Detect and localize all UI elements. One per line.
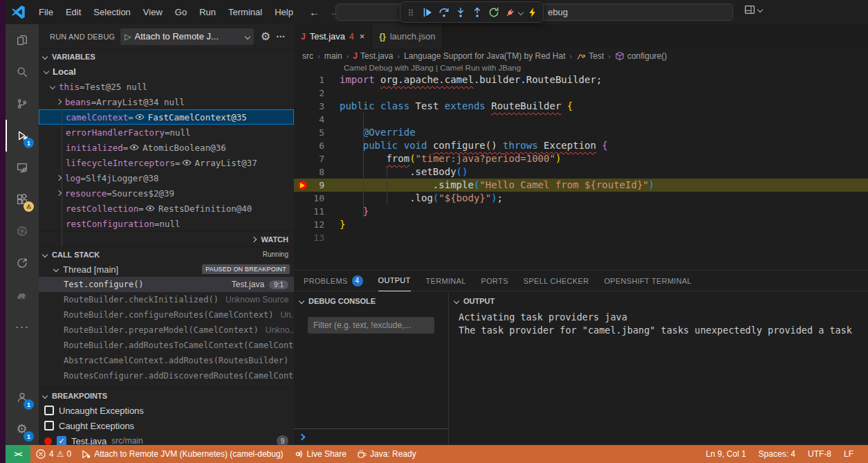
code-line-11[interactable]: 11 } [294, 205, 868, 218]
status-eol[interactable]: LF [839, 445, 858, 463]
live-share-status[interactable]: Live Share [288, 445, 351, 463]
breakpoint-item[interactable]: Caught Exceptions [39, 418, 294, 433]
breakpoints-section-header[interactable]: BREAKPOINTS [39, 388, 294, 403]
menu-selection[interactable]: Selection [87, 7, 136, 17]
breadcrumb-language-support-for-java-tm-by-red-hat[interactable]: Language Support for Java(TM) by Red Hat [404, 51, 565, 61]
breadcrumb-configure-[interactable]: configure() [615, 51, 667, 61]
panel-tab-openshift-terminal[interactable]: OPENSHIFT TERMINAL [604, 271, 692, 291]
step-into-button[interactable] [453, 3, 468, 21]
breadcrumb-test-java[interactable]: JTest.java [353, 51, 393, 61]
panel-tab-terminal[interactable]: TERMINAL [426, 271, 466, 291]
variable-restConfiguration[interactable]: restConfiguration = null [39, 216, 294, 231]
codelens-command[interactable]: Camel Run with JBang [440, 64, 521, 72]
stack-frame[interactable]: RouteBuilder.addRoutesToCamelContext(Cam… [39, 338, 294, 353]
disconnect-button[interactable] [503, 3, 518, 21]
status-indentation[interactable]: Spaces: 4 [754, 445, 800, 463]
panel-tab-problems[interactable]: PROBLEMS4 [304, 271, 363, 291]
launch-configuration-picker[interactable]: ▷ Attach to Remote J... [120, 28, 253, 45]
stack-frame[interactable]: Test.configure()Test.java9:1 [39, 277, 294, 292]
panel-tab-output[interactable]: OUTPUT [378, 271, 411, 291]
activity-extensions[interactable]: ⚠ [6, 183, 39, 215]
lazy-eval-eye-icon[interactable] [145, 203, 155, 213]
activity-source-control[interactable] [6, 88, 39, 120]
more-actions-button[interactable]: ⋯ [273, 31, 288, 42]
breakpoint-checkbox[interactable] [44, 406, 54, 415]
panel-tab-spell-checker[interactable]: SPELL CHECKER [524, 271, 589, 291]
hot-code-replace-button[interactable] [525, 3, 540, 21]
code-line-2[interactable]: 2 [294, 87, 868, 100]
breadcrumb-main[interactable]: main [324, 51, 342, 61]
close-icon[interactable]: × [360, 31, 365, 42]
breadcrumb-test[interactable]: Test [576, 51, 604, 61]
stack-frame[interactable]: RouteBuilder.prepareModel(CamelContext)U… [39, 323, 294, 338]
variable-restCollection[interactable]: restCollection = RestsDefinition@40 [39, 201, 294, 216]
menu-file[interactable]: File [33, 7, 59, 17]
variable-lifecycleInterceptors[interactable]: lifecycleInterceptors = ArrayList@37 [39, 155, 294, 170]
breakpoint-item[interactable]: ✓Test.javasrc/main9 [39, 433, 294, 445]
variable-this[interactable]: this = Test@25 null [39, 79, 294, 94]
code-line-10[interactable]: 10 .log("${body}"); [294, 192, 868, 205]
codelens-command[interactable]: Camel Debug with JBang [344, 64, 434, 72]
activity-kubernetes[interactable] [6, 215, 39, 247]
go-back-button[interactable]: ← [309, 6, 320, 18]
menu-terminal[interactable]: Terminal [222, 7, 268, 17]
code-line-13[interactable]: 13 [294, 231, 868, 244]
stack-frame[interactable]: RouteBuilder.configureRoutes(CamelContex… [39, 307, 294, 323]
menu-edit[interactable]: Edit [59, 7, 87, 17]
lazy-eval-eye-icon[interactable] [129, 143, 139, 152]
menu-go[interactable]: Go [169, 7, 193, 17]
activity-search[interactable] [6, 56, 39, 88]
activity-settings[interactable]: ⚙1 [6, 413, 39, 445]
variable-initialized[interactable]: initialized = AtomicBoolean@36 [39, 140, 294, 155]
activity-explorer[interactable] [6, 24, 39, 56]
status-encoding[interactable]: UTF-8 [803, 445, 836, 463]
debug-repl-input[interactable] [294, 428, 448, 445]
activity-remote-explorer[interactable] [6, 152, 39, 183]
problems-status[interactable]: 4 ⚠ 0 [30, 445, 76, 463]
menu-view[interactable]: View [137, 7, 169, 17]
breakpoint-checkbox[interactable] [44, 421, 54, 430]
configure-gear-icon[interactable]: ⚙ [261, 30, 270, 43]
continue-button[interactable] [420, 3, 435, 21]
stack-frame[interactable]: AbstractCamelContext.addRoutes(RoutesBui… [39, 353, 294, 368]
code-line-3[interactable]: 3public class Test extends RouteBuilder … [294, 100, 868, 113]
code-line-6[interactable]: 6 public void configure() throws Excepti… [294, 139, 868, 152]
code-line-8[interactable]: 8 .setBody() [294, 165, 868, 179]
activity-run-and-debug[interactable]: 1 [6, 120, 39, 152]
variable-errorHandlerFactory[interactable]: errorHandlerFactory = null [39, 125, 294, 140]
customize-layout-button[interactable] [744, 4, 762, 15]
call-stack-section-header[interactable]: CALL STACK Running [39, 246, 294, 262]
variable-beans[interactable]: beans = ArrayList@34 null [39, 94, 294, 109]
activity-live-share[interactable] [6, 247, 39, 279]
activity-accounts[interactable]: 1 [6, 381, 39, 413]
menu-help[interactable]: Help [268, 7, 299, 17]
lazy-eval-eye-icon[interactable] [182, 158, 192, 167]
variable-resource[interactable]: resource = Sources$2@39 [39, 185, 294, 201]
variables-scope-local[interactable]: Local [39, 64, 294, 79]
code-line-7[interactable]: 7 from("timer:java?period=1000") [294, 152, 868, 165]
activity-more[interactable]: ··· [6, 311, 39, 343]
remote-indicator[interactable]: >< [6, 445, 30, 463]
debug-console-header[interactable]: DEBUG CONSOLE [294, 292, 448, 309]
watch-section-header[interactable]: WATCH [39, 231, 294, 246]
code-line-4[interactable]: 4 [294, 113, 868, 126]
breakpoint-checkbox[interactable]: ✓ [57, 436, 66, 445]
code-line-12[interactable]: 12} [294, 218, 868, 231]
panel-tab-ports[interactable]: PORTS [481, 271, 508, 291]
start-debug-icon[interactable]: ▷ [124, 32, 131, 42]
code-line-9[interactable]: 9 .simple("Hello Camel from ${routeId}") [294, 179, 868, 192]
output-header[interactable]: OUTPUT [449, 292, 868, 309]
status-cursor-position[interactable]: Ln 9, Col 1 [701, 445, 751, 463]
code-line-1[interactable]: 1import org.apache.camel.builder.RouteBu… [294, 73, 868, 87]
breakpoint-current-line-icon[interactable] [298, 181, 307, 190]
variables-section-header[interactable]: VARIABLES [39, 48, 294, 64]
variable-log[interactable]: log = Slf4jLogger@38 [39, 170, 294, 185]
debug-configuration-status[interactable]: Attach to Remote JVM (Kubernetes) (camel… [76, 445, 288, 463]
tab-test-java[interactable]: JTest.java4× [294, 24, 372, 48]
java-status[interactable]: Java: Ready [351, 445, 421, 463]
disconnect-dropdown[interactable] [517, 10, 524, 15]
step-over-button[interactable] [436, 3, 452, 21]
breadcrumb-src[interactable]: src [302, 51, 313, 61]
variable-camelContext[interactable]: camelContext = FastCamelContext@35 [39, 109, 294, 125]
breakpoint-item[interactable]: Uncaught Exceptions [39, 403, 294, 418]
